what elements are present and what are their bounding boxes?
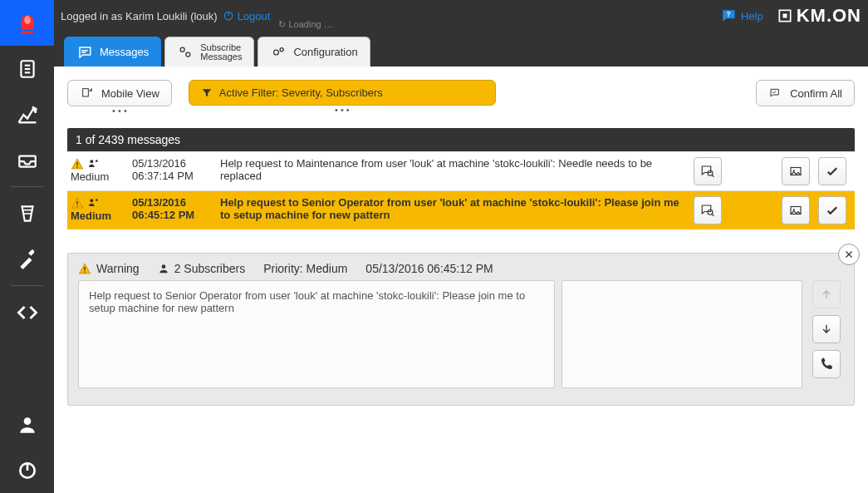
sidebar-divider-2 <box>11 285 44 286</box>
svg-point-40 <box>84 271 86 273</box>
detail-header: Warning 2 Subscribers Priority: Medium 0… <box>78 262 844 275</box>
tab-label: Messages <box>100 46 149 58</box>
gears-small-icon <box>177 44 194 61</box>
svg-point-34 <box>96 199 98 201</box>
sidebar-item-code[interactable] <box>0 289 54 335</box>
sidebar-item-power[interactable] <box>0 447 54 493</box>
funnel-icon <box>201 87 213 99</box>
check-icon <box>825 164 840 179</box>
svg-point-32 <box>76 205 78 207</box>
tab-label: SubscribeMessages <box>200 43 242 62</box>
svg-point-33 <box>90 199 93 202</box>
active-filter-button[interactable]: Active Filter: Severity, Subscribers <box>189 80 496 106</box>
topbar: Logged in as Karim Loukili (louk) Logout… <box>54 0 868 32</box>
scroll-up-button[interactable] <box>812 280 841 308</box>
svg-point-24 <box>76 166 78 168</box>
phone-icon <box>819 357 834 372</box>
message-row[interactable]: Medium 05/13/201606:37:14 PM Help reques… <box>67 151 855 190</box>
code-icon <box>16 301 39 324</box>
help-link[interactable]: ? Help <box>719 7 763 24</box>
svg-point-35 <box>708 210 713 214</box>
user-icon <box>17 414 38 436</box>
help-chat-icon: ? <box>719 7 738 24</box>
subscribers-small-icon <box>87 196 101 210</box>
chat-search-icon <box>700 203 715 218</box>
user-small-icon <box>158 263 169 274</box>
archive-message-button[interactable] <box>782 157 810 185</box>
sidebar-item-inbox[interactable] <box>0 137 54 183</box>
confirm-all-button[interactable]: Confirm All <box>756 80 855 106</box>
filter-label: Active Filter: Severity, Subscribers <box>219 86 383 99</box>
dots-indicator: • • • <box>335 107 350 112</box>
detail-subscribers-label: 2 Subscribers <box>174 262 246 275</box>
loading-indicator: ↻ Loading … <box>278 19 332 30</box>
svg-point-21 <box>280 47 283 51</box>
inspect-message-button[interactable] <box>694 196 722 224</box>
scroll-down-button[interactable] <box>812 315 841 343</box>
button-label: Mobile View <box>101 87 159 100</box>
message-counter: 1 of 2439 messages <box>67 128 855 151</box>
spool-icon <box>17 203 38 224</box>
sidebar-item-clipboard[interactable] <box>0 46 54 91</box>
message-timestamp: 05/13/201606:37:14 PM <box>132 157 215 185</box>
tab-label: Configuration <box>293 46 357 58</box>
svg-point-18 <box>180 47 184 52</box>
sidebar-divider <box>11 186 44 187</box>
message-toolbar: Mobile View • • • Active Filter: Severit… <box>67 80 855 113</box>
message-row[interactable]: Medium 05/13/201606:45:12 PM Help reques… <box>67 190 855 229</box>
left-sidebar <box>0 0 54 493</box>
close-detail-button[interactable] <box>838 244 860 265</box>
svg-point-20 <box>274 50 279 55</box>
svg-point-0 <box>24 16 31 24</box>
svg-text:?: ? <box>726 10 730 18</box>
severity-label: Medium <box>71 210 111 222</box>
tab-messages[interactable]: Messages <box>64 37 161 67</box>
detail-body-text: Help request to Senior Operator from use… <box>78 280 555 388</box>
button-label: Confirm All <box>790 87 842 100</box>
svg-point-8 <box>23 417 31 425</box>
sidebar-item-user[interactable] <box>0 402 54 447</box>
image-icon <box>788 164 803 179</box>
power-icon <box>17 460 38 481</box>
detail-secondary-panel <box>562 280 802 388</box>
logged-in-label: Logged in as Karim Loukili (louk) <box>61 10 218 22</box>
mobile-view-button[interactable]: Mobile View <box>67 80 172 106</box>
message-text: Help request to Maintenance from user 'l… <box>220 157 689 185</box>
sidebar-item-analytics[interactable] <box>0 91 54 137</box>
messages-list: Medium 05/13/201606:37:14 PM Help reques… <box>67 151 855 229</box>
confirm-message-button[interactable] <box>818 196 846 224</box>
tab-configuration[interactable]: Configuration <box>257 37 370 67</box>
chat-search-icon <box>700 164 715 179</box>
tab-subscribe-messages[interactable]: SubscribeMessages <box>164 37 254 67</box>
sidebar-item-machine[interactable] <box>0 190 54 236</box>
archive-message-button[interactable] <box>782 196 810 224</box>
subscribers-small-icon <box>87 157 101 170</box>
confirm-message-button[interactable] <box>818 157 846 185</box>
svg-point-25 <box>90 160 93 163</box>
sidebar-item-alarm[interactable] <box>0 0 54 46</box>
warning-triangle-icon <box>71 157 84 170</box>
warning-triangle-icon <box>78 262 91 275</box>
arrow-down-icon <box>820 323 833 336</box>
svg-point-41 <box>161 264 165 269</box>
image-icon <box>788 203 803 218</box>
inspect-message-button[interactable] <box>694 157 722 185</box>
detail-warning-label: Warning <box>96 262 140 275</box>
dots-indicator: • • • <box>112 108 127 113</box>
chat-icon <box>76 45 93 60</box>
message-timestamp: 05/13/201606:45:12 PM <box>132 196 215 224</box>
svg-rect-22 <box>83 89 89 96</box>
alarm-light-icon <box>15 11 40 36</box>
brand-logo: KM.ON <box>777 5 861 27</box>
sidebar-item-tools[interactable] <box>0 236 54 282</box>
svg-point-27 <box>708 170 713 175</box>
arrow-up-icon <box>820 288 833 301</box>
chart-line-icon <box>16 103 39 126</box>
call-button[interactable] <box>812 350 841 378</box>
warning-triangle-icon <box>71 196 84 210</box>
svg-point-26 <box>96 160 98 162</box>
logout-link[interactable]: Logout <box>223 10 271 22</box>
detail-priority-label: Priority: Medium <box>263 262 347 275</box>
svg-line-36 <box>712 214 714 216</box>
inbox-icon <box>17 150 38 171</box>
